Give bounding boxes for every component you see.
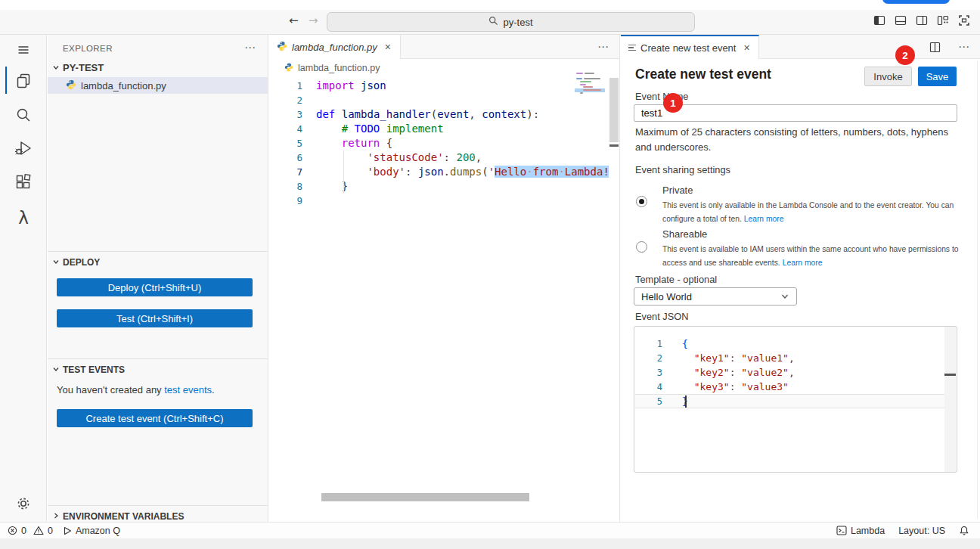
- breadcrumb[interactable]: lambda_function.py: [284, 59, 380, 77]
- shareable-radio[interactable]: [636, 241, 647, 253]
- panel-more-icon[interactable]: ⋯: [958, 40, 969, 54]
- invoke-button[interactable]: Invoke: [864, 67, 912, 86]
- notifications-bell-icon[interactable]: [959, 526, 969, 536]
- vertical-scrollbar[interactable]: [609, 78, 619, 142]
- environment-variables-title: ENVIRONMENT VARIABLES: [63, 511, 184, 522]
- chevron-down-icon: [52, 62, 60, 73]
- annotation-badge-1: 1: [663, 93, 683, 113]
- code-line[interactable]: 4 # TODO implement: [269, 122, 609, 136]
- tab-label: lambda_function.py: [292, 42, 377, 53]
- error-count: 0: [21, 526, 26, 536]
- code-line[interactable]: 5}: [635, 394, 944, 408]
- tab-create-new-test-event[interactable]: Create new test event ×: [621, 35, 759, 59]
- code-line[interactable]: 2: [269, 93, 609, 107]
- toggle-panel-icon[interactable]: [894, 14, 907, 27]
- code-line[interactable]: 3def lambda_handler(event, context):: [269, 107, 609, 122]
- editor-tab-bar: lambda_function.py × ⋯: [269, 35, 619, 59]
- editor-more-icon[interactable]: ⋯: [597, 40, 609, 54]
- environment-variables-section-header[interactable]: ENVIRONMENT VARIABLES: [48, 508, 268, 522]
- problems-status[interactable]: 0 0: [8, 526, 53, 536]
- learn-more-link[interactable]: Learn more: [744, 215, 784, 223]
- deploy-section-header[interactable]: DEPLOY: [48, 254, 268, 271]
- sharing-settings-label: Event sharing settings: [635, 164, 730, 175]
- event-json-label: Event JSON: [635, 311, 688, 322]
- warning-count: 0: [48, 526, 53, 536]
- split-editor-icon[interactable]: [929, 41, 941, 57]
- search-view-icon[interactable]: [11, 103, 36, 127]
- explorer-title: EXPLORER: [63, 44, 113, 53]
- code-line[interactable]: 7 'body': json.dumps('Hello·from·Lambda!…: [269, 165, 609, 179]
- event-json-editor[interactable]: 1{2 "key1": "value1",3 "key2": "value2",…: [634, 326, 957, 473]
- json-scrollbar[interactable]: [944, 327, 956, 472]
- code-line[interactable]: 4 "key3": "value3": [635, 380, 944, 394]
- toggle-primary-sidebar-icon[interactable]: [873, 14, 886, 27]
- python-file-icon: [66, 79, 76, 92]
- file-row-lambda-function[interactable]: lambda_function.py: [48, 77, 268, 94]
- toggle-secondary-sidebar-icon[interactable]: [915, 14, 929, 27]
- fullscreen-icon[interactable]: [957, 14, 971, 27]
- event-name-input[interactable]: [634, 104, 957, 122]
- search-value: py-test: [503, 17, 532, 28]
- panel-tab-bar: Create new test event × ⋯: [621, 35, 980, 59]
- explorer-icon[interactable]: [11, 69, 36, 93]
- text-cursor: [685, 395, 687, 408]
- lambda-terminal-status[interactable]: Lambda: [836, 526, 885, 536]
- annotation-badge-2: 2: [895, 45, 915, 65]
- explorer-more-icon[interactable]: ⋯: [244, 41, 256, 54]
- aws-lambda-view-icon[interactable]: λ: [11, 206, 36, 230]
- code-line[interactable]: 1{: [635, 337, 944, 351]
- indent-guide: [343, 150, 344, 194]
- learn-more-link[interactable]: Learn more: [783, 259, 823, 267]
- webview-icon: [628, 45, 636, 51]
- test-events-link[interactable]: test events: [164, 384, 212, 395]
- play-icon: [64, 526, 72, 535]
- close-icon[interactable]: ×: [743, 42, 749, 54]
- workspace-root-row[interactable]: PY-TEST: [48, 59, 268, 76]
- title-bar: ← → py-test: [0, 10, 980, 35]
- section-divider: [48, 251, 268, 252]
- deploy-section-title: DEPLOY: [63, 257, 100, 268]
- section-divider: [48, 505, 268, 506]
- code-line[interactable]: 5 return {: [269, 136, 609, 150]
- save-button[interactable]: Save: [918, 67, 957, 86]
- code-line[interactable]: 8 }: [269, 179, 609, 194]
- code-line[interactable]: 9: [269, 194, 609, 208]
- minimap[interactable]: [575, 73, 605, 138]
- warning-icon: [33, 526, 44, 535]
- menu-icon[interactable]: [11, 38, 36, 62]
- create-test-event-panel: Create new test event × ⋯ 2 Create new t…: [621, 35, 980, 522]
- shareable-option-description: This event is available to IAM users wit…: [662, 243, 960, 269]
- code-line[interactable]: 3 "key2": "value2",: [635, 365, 944, 380]
- status-bar: 0 0 Amazon Q Lambda Layout: US: [0, 522, 980, 538]
- command-center-search[interactable]: py-test: [327, 12, 695, 32]
- private-radio[interactable]: [636, 196, 647, 207]
- search-icon: [488, 16, 498, 28]
- code-line[interactable]: 2 "key1": "value1",: [635, 351, 944, 365]
- extensions-icon[interactable]: [11, 170, 36, 194]
- template-select[interactable]: Hello World: [634, 287, 797, 306]
- test-events-section-header[interactable]: TEST EVENTS: [48, 361, 268, 378]
- amazon-q-status[interactable]: Amazon Q: [64, 526, 120, 536]
- code-line[interactable]: 6 'statusCode': 200,: [269, 150, 609, 165]
- terminal-icon: [836, 526, 847, 535]
- customize-layout-icon[interactable]: [936, 14, 950, 27]
- code-editor[interactable]: 1import json23def lambda_handler(event, …: [269, 79, 609, 208]
- keyboard-layout-status[interactable]: Layout: US: [898, 526, 945, 536]
- nav-back-button[interactable]: ←: [289, 14, 299, 27]
- nav-forward-button[interactable]: →: [309, 14, 318, 27]
- template-selected-value: Hello World: [641, 291, 692, 302]
- create-test-event-button[interactable]: Create test event (Ctrl+Shift+C): [57, 409, 253, 427]
- run-debug-icon[interactable]: [11, 136, 36, 160]
- python-file-icon: [284, 63, 293, 74]
- deploy-button[interactable]: Deploy (Ctrl+Shift+U): [57, 278, 253, 296]
- test-events-empty-text: You haven't created any test events.: [57, 384, 215, 395]
- close-icon[interactable]: ×: [385, 41, 391, 53]
- shareable-option-label: Shareable: [662, 228, 707, 240]
- test-events-section-title: TEST EVENTS: [63, 364, 125, 375]
- horizontal-scrollbar[interactable]: [321, 493, 529, 501]
- code-line[interactable]: 1import json: [269, 79, 609, 93]
- test-button[interactable]: Test (Ctrl+Shift+I): [57, 309, 253, 327]
- tab-lambda-function[interactable]: lambda_function.py ×: [269, 35, 401, 59]
- python-file-icon: [277, 41, 287, 54]
- settings-gear-icon[interactable]: [11, 492, 36, 516]
